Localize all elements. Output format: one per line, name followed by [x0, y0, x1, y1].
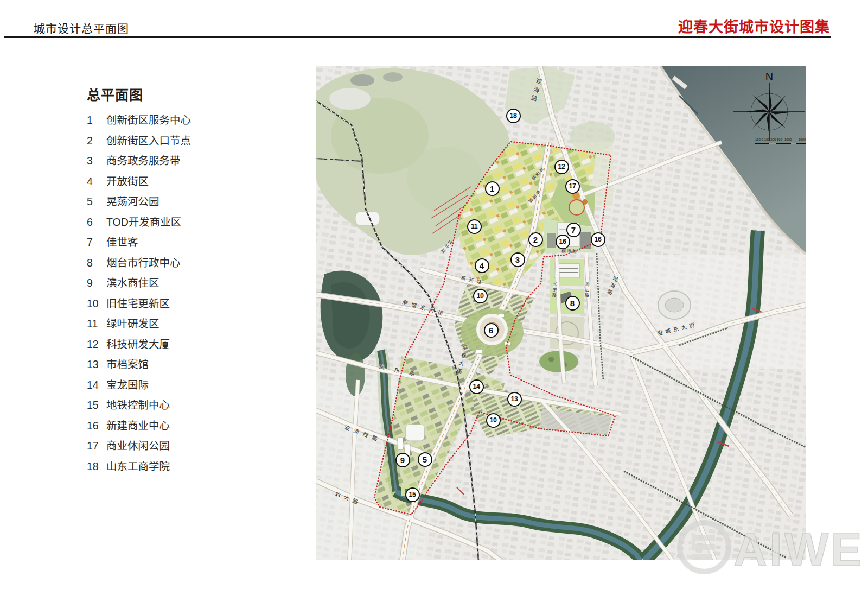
legend-list: 1创新街区服务中心2创新街区入口节点3商务政务服务带4开放街区5晃荡河公园6TO…	[87, 111, 282, 478]
map-marker-3: 3	[510, 252, 525, 267]
legend-item-label: 科技研发大厦	[106, 335, 170, 351]
legend-item-18: 18山东工商学院	[87, 458, 282, 478]
legend-item-label: 山东工商学院	[106, 458, 170, 473]
legend-item-label: 商业休闲公园	[106, 437, 170, 453]
legend-item-label: 佳世客	[106, 233, 138, 249]
legend-item-number: 7	[87, 236, 106, 249]
header-rule	[4, 36, 831, 38]
legend-item-number: 13	[87, 358, 106, 371]
legend-item-11: 11绿叶研发区	[87, 315, 282, 335]
road-label: 桐海路	[561, 248, 578, 254]
legend-item-4: 4开放街区	[87, 173, 282, 193]
legend-item-label: 晃荡河公园	[106, 193, 159, 208]
legend-item-17: 17商业休闲公园	[87, 437, 282, 458]
legend-item-13: 13市档案馆	[87, 356, 282, 376]
map-marker-10: 10	[473, 289, 488, 303]
legend-item-16: 16新建商业中心	[87, 417, 282, 438]
map-marker-4: 4	[475, 258, 489, 273]
map-marker-2: 2	[528, 232, 543, 247]
map-marker-12: 12	[554, 160, 569, 174]
legend-item-label: 创新街区入口节点	[106, 132, 191, 148]
legend-item-8: 8烟台市行政中心	[87, 254, 282, 275]
compass-north-label: N	[765, 71, 773, 83]
scale-bar: 100 0 100 200 500 1000 1500	[755, 138, 806, 144]
master-plan-map: N 100 0 100 200 500 1000 1500 1234567891…	[316, 66, 806, 560]
map-marker-15: 15	[405, 487, 420, 502]
map-marker-16: 16	[556, 235, 570, 249]
scale-label-2: 1000	[784, 138, 792, 141]
legend-item-number: 18	[87, 460, 106, 473]
legend-item-label: 创新街区服务中心	[106, 111, 191, 127]
legend-item-2: 2创新街区入口节点	[87, 132, 282, 153]
legend-item-label: 旧住宅更新区	[106, 295, 170, 311]
legend-item-number: 15	[87, 399, 106, 411]
map-marker-8: 8	[565, 296, 580, 311]
legend-item-number: 9	[87, 277, 106, 289]
legend-item-label: 市档案馆	[106, 356, 149, 371]
legend-item-15: 15地铁控制中心	[87, 396, 282, 417]
legend-item-number: 6	[87, 216, 106, 229]
legend-item-number: 16	[87, 420, 106, 432]
legend-item-9: 9滨水商住区	[87, 274, 282, 295]
scale-label-1: 100 0 100 200 500	[755, 138, 783, 141]
map-marker-6: 6	[484, 323, 499, 338]
map-marker-18: 18	[506, 109, 521, 123]
map-marker-7: 7	[566, 223, 581, 237]
legend-item-number: 11	[87, 318, 106, 330]
legend-item-10: 10旧住宅更新区	[87, 295, 282, 315]
legend-item-3: 3商务政务服务带	[87, 152, 282, 173]
legend-item-label: 宝龙国际	[106, 376, 149, 392]
legend-item-label: 新建商业中心	[106, 417, 170, 433]
legend-item-number: 14	[87, 379, 106, 391]
map-marker-13: 13	[507, 392, 522, 407]
legend-item-number: 17	[87, 440, 106, 452]
legend-item-7: 7佳世客	[87, 233, 282, 254]
legend-item-12: 12科技研发大厦	[87, 335, 282, 356]
legend-item-5: 5晃荡河公园	[87, 193, 282, 213]
road-label: 长宁路	[551, 282, 558, 299]
map-marker-9: 9	[395, 453, 410, 467]
road-label: 府后路	[583, 282, 590, 299]
legend-item-label: 绿叶研发区	[106, 315, 159, 331]
legend-item-number: 12	[87, 338, 106, 351]
legend-item-14: 14宝龙国际	[87, 376, 282, 397]
legend-item-label: TOD开发商业区	[106, 213, 181, 229]
scale-label-3: 1500	[799, 138, 806, 141]
page-title: 城市设计总平面图	[34, 20, 129, 36]
legend-item-number: 8	[87, 257, 106, 269]
map-marker-17: 17	[565, 179, 580, 194]
legend-item-label: 烟台市行政中心	[106, 254, 181, 270]
atlas-title: 迎春大街城市设计图集	[678, 15, 830, 36]
legend-item-6: 6TOD开发商业区	[87, 213, 282, 234]
legend-item-1: 1创新街区服务中心	[87, 111, 282, 132]
legend-item-label: 开放街区	[106, 173, 149, 188]
map-marker-14: 14	[469, 379, 484, 394]
map-marker-16: 16	[591, 232, 605, 247]
legend-item-number: 5	[87, 195, 106, 208]
legend-item-label: 地铁控制中心	[106, 396, 170, 412]
legend-item-label: 商务政务服务带	[106, 152, 181, 168]
map-marker-11: 11	[467, 219, 482, 234]
legend-panel: 总平面图 1创新街区服务中心2创新街区入口节点3商务政务服务带4开放街区5晃荡河…	[87, 84, 282, 478]
legend-title: 总平面图	[87, 84, 282, 104]
legend-item-label: 滨水商住区	[106, 274, 159, 290]
legend-item-number: 2	[87, 135, 106, 147]
legend-item-number: 1	[87, 114, 106, 126]
legend-item-number: 3	[87, 155, 106, 167]
map-marker-5: 5	[418, 452, 432, 467]
map-marker-10: 10	[486, 413, 501, 428]
legend-item-number: 10	[87, 297, 106, 310]
map-artwork: N 100 0 100 200 500 1000 1500	[316, 66, 806, 560]
legend-item-number: 4	[87, 175, 106, 188]
atlas-page: 城市设计总平面图 迎春大街城市设计图集 总平面图 1创新街区服务中心2创新街区入…	[0, 0, 868, 589]
map-marker-1: 1	[485, 181, 500, 196]
